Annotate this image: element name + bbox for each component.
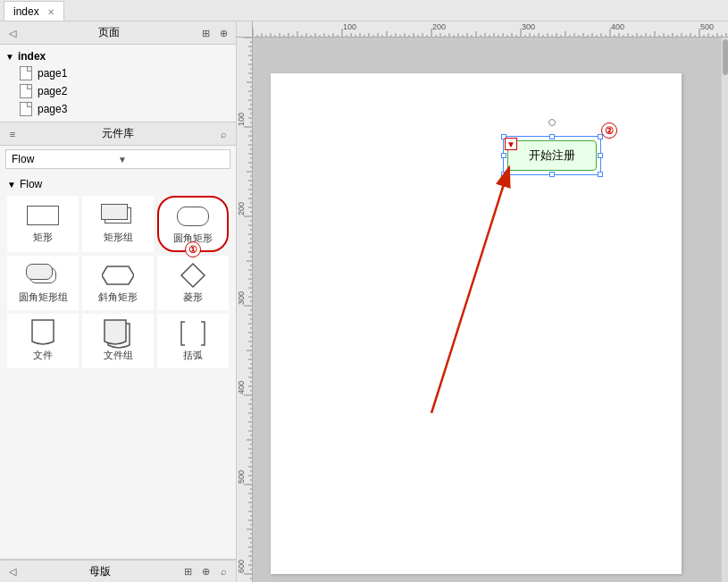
component-library-content: ▼ Flow 矩形 xyxy=(0,173,236,559)
comp-bracket[interactable]: 括弧 xyxy=(157,314,229,368)
svg-marker-1 xyxy=(181,264,205,287)
canvas-body: 开始注册 xyxy=(237,38,728,582)
element-text: 开始注册 xyxy=(529,148,575,164)
ruler-vertical xyxy=(237,38,253,582)
comp-header-icons: ⌕ xyxy=(216,127,230,141)
master-icon-grid[interactable]: ⊞ xyxy=(180,564,195,578)
canvas-area: 开始注册 xyxy=(237,21,728,582)
main-layout: ◁ 页面 ⊞ ⊕ ▼ index page1 xyxy=(0,21,728,582)
comp-rounded-rect-group-label: 圆角矩形组 xyxy=(19,291,68,304)
pages-icon-add[interactable]: ⊕ xyxy=(216,26,230,40)
component-section: ≡ 元件库 ⌕ Flow ▼ ▼ Flow xyxy=(0,122,236,559)
page2-icon xyxy=(20,84,32,98)
comp-doc-group-label: 文件组 xyxy=(104,349,133,362)
page-tree: ▼ index page1 page2 page3 xyxy=(0,45,236,122)
tree-page3[interactable]: page3 xyxy=(0,100,236,118)
tree-page1[interactable]: page1 xyxy=(0,64,236,82)
page3-icon xyxy=(20,102,32,116)
component-selector-dropdown[interactable]: Flow ▼ xyxy=(5,149,230,169)
page2-label: page2 xyxy=(38,85,67,97)
pages-icon-left[interactable]: ◁ xyxy=(5,26,20,40)
tab-close-icon[interactable]: ✕ xyxy=(47,7,54,17)
ruler-horizontal xyxy=(253,21,728,38)
tree-root-label: index xyxy=(18,50,46,63)
canvas-element-rounded-btn[interactable]: 开始注册 xyxy=(507,140,597,171)
component-header: ≡ 元件库 ⌕ xyxy=(0,122,236,146)
ruler-row xyxy=(237,21,728,38)
ruler-v-canvas xyxy=(237,38,253,582)
badge-1: ① xyxy=(185,241,201,257)
selector-arrow-icon: ▼ xyxy=(118,155,224,164)
master-icon-add[interactable]: ⊕ xyxy=(198,564,213,578)
comp-rounded-rect-group[interactable]: 圆角矩形组 xyxy=(7,256,79,310)
pages-icon-grid[interactable]: ⊞ xyxy=(198,26,213,40)
page1-label: page1 xyxy=(38,67,67,80)
pages-header-icons: ⊞ ⊕ xyxy=(198,26,230,40)
comp-doc-group[interactable]: 文件组 xyxy=(82,314,154,368)
master-icons: ⊞ ⊕ ⌕ xyxy=(180,564,230,578)
master-title: 母版 xyxy=(20,564,180,579)
pages-title: 页面 xyxy=(20,25,198,40)
tree-page2[interactable]: page2 xyxy=(0,82,236,100)
component-grid: 矩形 矩形组 xyxy=(4,192,232,372)
ruler-h-canvas xyxy=(253,21,728,38)
master-section: ◁ 母版 ⊞ ⊕ ⌕ xyxy=(0,559,236,582)
canvas-v-scrollbar[interactable] xyxy=(721,38,728,582)
comp-group-flow[interactable]: ▼ Flow xyxy=(4,176,232,192)
component-selector-label: Flow xyxy=(12,153,118,165)
tab-index[interactable]: index ✕ xyxy=(4,1,64,21)
comp-rect-group-label: 矩形组 xyxy=(104,231,133,244)
tree-root-arrow: ▼ xyxy=(5,52,14,62)
component-title: 元件库 xyxy=(20,126,216,141)
canvas-viewport[interactable]: 开始注册 xyxy=(253,38,721,582)
app-container: index ✕ ◁ 页面 ⊞ ⊕ ▼ index xyxy=(0,0,728,582)
ruler-corner xyxy=(237,21,253,38)
group-arrow-icon: ▼ xyxy=(7,180,16,190)
tab-bar: index ✕ xyxy=(0,0,728,21)
doc-group-icon xyxy=(100,320,136,347)
comp-rect-group[interactable]: 矩形组 xyxy=(82,196,154,252)
comp-bracket-label: 括弧 xyxy=(183,349,203,362)
comp-oblique[interactable]: 斜角矩形 xyxy=(82,256,154,310)
diamond-icon xyxy=(175,262,211,289)
bracket-icon xyxy=(175,320,211,347)
tree-root[interactable]: ▼ index xyxy=(0,48,236,64)
rounded-rect-icon xyxy=(175,203,211,230)
comp-doc[interactable]: 文件 xyxy=(7,314,79,368)
rounded-rect-group-icon xyxy=(25,262,61,289)
comp-diamond[interactable]: 菱形 xyxy=(157,256,229,310)
comp-oblique-label: 斜角矩形 xyxy=(98,291,138,304)
pages-header: ◁ 页面 ⊞ ⊕ xyxy=(0,21,236,45)
comp-search-icon[interactable]: ⌕ xyxy=(216,127,230,141)
left-panel: ◁ 页面 ⊞ ⊕ ▼ index page1 xyxy=(0,21,237,582)
page1-icon xyxy=(20,66,32,80)
rect-icon xyxy=(25,202,61,229)
comp-rect[interactable]: 矩形 xyxy=(7,196,79,252)
comp-diamond-label: 菱形 xyxy=(183,291,203,304)
doc-icon xyxy=(25,320,61,347)
comp-rounded-rect[interactable]: 圆角矩形 ① xyxy=(157,196,229,252)
master-icon-search[interactable]: ⌕ xyxy=(216,564,230,578)
master-header: ◁ 母版 ⊞ ⊕ ⌕ xyxy=(0,560,236,583)
rect-group-icon xyxy=(100,202,136,229)
comp-menu-icon[interactable]: ≡ xyxy=(5,127,20,141)
oblique-icon xyxy=(100,262,136,289)
master-icon-left[interactable]: ◁ xyxy=(5,564,20,578)
svg-marker-0 xyxy=(102,266,134,284)
comp-doc-label: 文件 xyxy=(33,349,53,362)
pages-section: ◁ 页面 ⊞ ⊕ ▼ index page1 xyxy=(0,21,236,122)
badge-2-canvas: ② xyxy=(601,122,617,139)
canvas-page[interactable] xyxy=(271,73,682,574)
comp-rect-label: 矩形 xyxy=(33,231,53,244)
scrollbar-thumb[interactable] xyxy=(723,39,728,75)
comp-group-label: Flow xyxy=(20,178,42,190)
page3-label: page3 xyxy=(38,103,67,115)
